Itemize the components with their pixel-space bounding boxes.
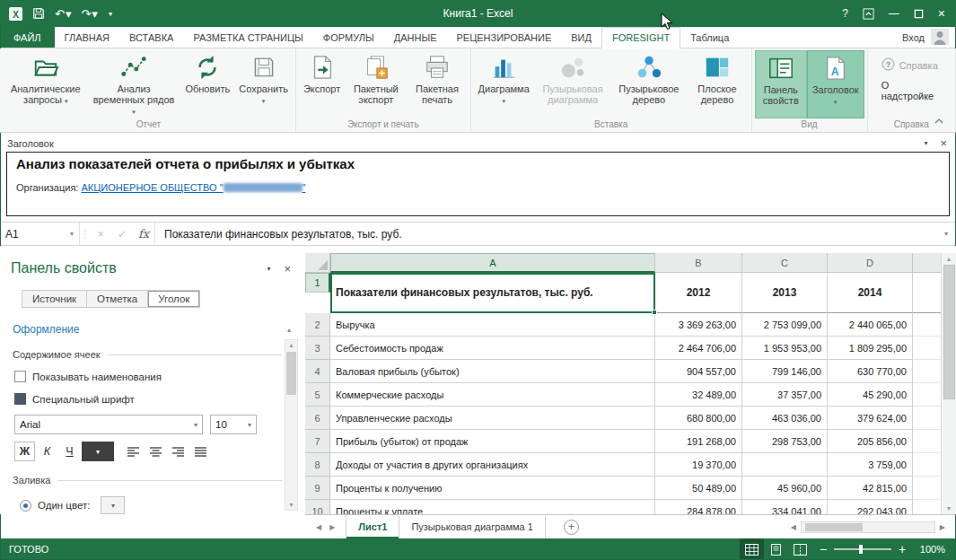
column-header-d[interactable]: D <box>828 253 913 273</box>
align-justify-button[interactable] <box>190 442 211 461</box>
properties-panel-close-icon[interactable]: × <box>284 262 291 276</box>
cell-b1[interactable]: 2012 <box>655 273 742 313</box>
formula-bar-handle[interactable]: ⋮ <box>79 223 90 245</box>
cell[interactable]: 2 464 706,00 <box>655 337 742 360</box>
cell[interactable]: Прибыль (убыток) от продаж <box>330 430 655 453</box>
cell[interactable]: 292 043,00 <box>828 500 913 514</box>
scroll-left-icon[interactable]: ◀ <box>791 523 796 531</box>
column-header-b[interactable]: B <box>655 253 742 273</box>
column-header-a[interactable]: A <box>330 253 655 273</box>
tab-review[interactable]: РЕЦЕНЗИРОВАНИЕ <box>446 27 561 48</box>
underline-button[interactable]: Ч <box>59 442 80 461</box>
tab-mark[interactable]: Отметка <box>87 291 148 307</box>
column-header-e[interactable] <box>913 253 941 273</box>
cell[interactable]: 3 369 263,00 <box>655 313 742 337</box>
tab-home[interactable]: ГЛАВНАЯ <box>55 27 119 48</box>
cell[interactable] <box>913 453 941 477</box>
align-center-button[interactable] <box>145 442 166 461</box>
cell[interactable]: 205 856,00 <box>828 430 913 453</box>
cell[interactable] <box>913 313 941 337</box>
tab-corner[interactable]: Уголок <box>148 291 199 307</box>
special-font-checkbox[interactable]: Специальный шрифт <box>14 393 305 405</box>
maximize-icon[interactable] <box>914 9 924 19</box>
cell[interactable]: 463 036,00 <box>742 407 828 430</box>
column-header-c[interactable]: C <box>742 253 828 273</box>
row-header-1[interactable]: 1 <box>305 273 330 293</box>
cell[interactable]: 2 753 099,00 <box>742 313 828 337</box>
cell[interactable]: Валовая прибыль (убыток) <box>330 360 655 383</box>
cell[interactable]: 799 146,00 <box>742 360 828 383</box>
cell[interactable] <box>913 407 941 430</box>
sheet-nav-right-icon[interactable]: ▶ <box>329 523 335 531</box>
scroll-down-icon[interactable]: ▼ <box>288 500 294 510</box>
cell[interactable]: 1 809 295,00 <box>828 337 913 360</box>
save-icon[interactable] <box>32 7 45 20</box>
scroll-right-icon[interactable]: ▶ <box>940 523 945 531</box>
align-right-button[interactable] <box>168 442 189 461</box>
one-color-radio[interactable]: Один цвет: <box>20 500 90 512</box>
collapse-section-icon[interactable]: ▴ <box>287 326 291 334</box>
show-names-checkbox[interactable]: Показывать наименования <box>14 371 305 382</box>
cell[interactable]: 3 759,00 <box>828 453 913 477</box>
cell[interactable]: 32 489,00 <box>655 383 742 407</box>
ribbon-button-save-report[interactable]: Сохранить▾ <box>234 50 293 118</box>
row-header[interactable]: 6 <box>305 407 330 430</box>
scroll-up-icon[interactable]: ▲ <box>288 340 294 350</box>
row-header[interactable]: 10 <box>305 500 330 514</box>
cell-d1[interactable]: 2014 <box>828 273 913 313</box>
undo-icon[interactable]: ↶▾ <box>55 7 71 21</box>
customize-quick-access-icon[interactable]: ▾ <box>108 10 112 18</box>
cell[interactable]: 680 800,00 <box>655 407 742 430</box>
cell[interactable]: Выручка <box>330 313 655 337</box>
ribbon-button-export[interactable]: Экспорт <box>299 50 345 118</box>
normal-view-button[interactable] <box>740 538 764 560</box>
bold-button[interactable]: Ж <box>14 442 35 461</box>
fill-color-dropdown[interactable]: ▾ <box>101 496 125 514</box>
ribbon-button-properties-panel[interactable]: Панель свойств <box>755 50 807 118</box>
cell[interactable]: 334 041,00 <box>742 500 828 514</box>
row-header[interactable]: 7 <box>305 430 330 453</box>
cell[interactable] <box>913 500 941 514</box>
organization-link[interactable]: АКЦИОНЕРНОЕ ОБЩЕСТВО "" <box>81 182 305 193</box>
cell[interactable]: 904 557,00 <box>655 360 742 383</box>
row-header[interactable]: 9 <box>305 477 330 500</box>
avatar[interactable] <box>931 29 949 47</box>
cell[interactable]: 42 815,00 <box>828 477 913 500</box>
new-sheet-button[interactable]: + <box>564 520 579 535</box>
formula-input[interactable]: Показатели финансовых результатов, тыс. … <box>154 223 936 245</box>
cancel-entry-icon[interactable]: × <box>90 223 111 245</box>
cell-a1[interactable]: Показатели финансовых результатов, тыс. … <box>330 273 655 313</box>
header-pane-menu-icon[interactable]: ▾ <box>924 139 927 147</box>
cell[interactable]: 37 357,00 <box>742 383 828 407</box>
scrollbar-track[interactable] <box>801 521 935 533</box>
vertical-scrollbar[interactable]: ▲ ▼ <box>941 253 956 514</box>
cell[interactable] <box>913 337 941 360</box>
name-box-dropdown-icon[interactable]: ▾ <box>70 230 74 238</box>
expand-formula-bar-icon[interactable]: ▾ <box>936 223 956 245</box>
scrollbar-thumb[interactable] <box>943 265 955 399</box>
sheet-nav-left-icon[interactable]: ◀ <box>316 523 321 531</box>
cell[interactable] <box>913 430 941 453</box>
cell[interactable]: 45 960,00 <box>742 477 828 500</box>
cell[interactable]: 630 770,00 <box>828 360 913 383</box>
row-header[interactable]: 4 <box>305 360 330 383</box>
confirm-entry-icon[interactable]: ✓ <box>111 223 133 245</box>
italic-button[interactable]: К <box>37 442 57 461</box>
tab-formulas[interactable]: ФОРМУЛЫ <box>313 27 384 48</box>
page-break-view-button[interactable] <box>788 538 812 560</box>
cell[interactable] <box>913 273 941 313</box>
fill-handle[interactable] <box>652 310 657 315</box>
cell[interactable]: 284 878,00 <box>655 500 742 514</box>
spreadsheet[interactable]: A B C D 1 Показатели финансовых результа… <box>305 246 956 514</box>
header-pane-close-icon[interactable]: × <box>940 136 947 150</box>
ribbon-button-time-series-analysis[interactable]: Анализ временных рядов ▾ <box>87 50 181 118</box>
row-header[interactable]: 3 <box>305 337 330 360</box>
cell[interactable]: 298 753,00 <box>742 430 828 453</box>
scrollbar-thumb[interactable] <box>286 352 296 395</box>
ribbon-button-batch-export[interactable]: Пакетный экспорт <box>345 50 407 118</box>
ribbon-button-analytical-queries[interactable]: Аналитические запросы ▾ <box>4 50 87 118</box>
cell[interactable]: Доходы от участия в других организациях <box>330 453 655 477</box>
align-left-button[interactable] <box>123 442 144 461</box>
sign-in-link[interactable]: Вход <box>902 32 925 43</box>
tab-insert[interactable]: ВСТАВКА <box>119 27 183 48</box>
